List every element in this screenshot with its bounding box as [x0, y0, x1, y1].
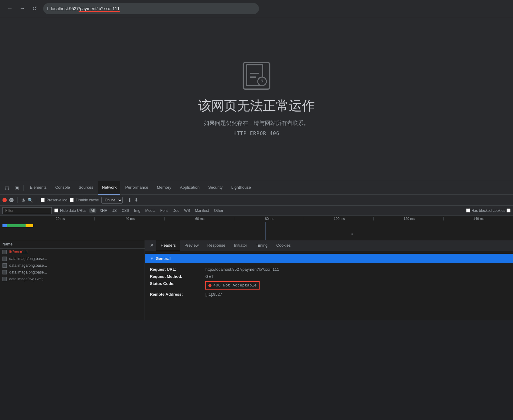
file-list: Name lb?xxx=111 data:image/png;base... d… — [0, 240, 145, 320]
tab-lighthouse[interactable]: Lighthouse — [228, 181, 255, 195]
tab-sources[interactable]: Sources — [75, 181, 97, 195]
hide-data-urls-text: Hide data URLs — [60, 208, 86, 213]
filter-type-media[interactable]: Media — [143, 208, 157, 213]
reload-button[interactable]: ↺ — [30, 4, 39, 14]
detail-value-method: GET — [205, 274, 214, 279]
detail-tab-cookies[interactable]: Cookies — [272, 240, 295, 251]
filter-type-manifest[interactable]: Manifest — [193, 208, 211, 213]
tab-console[interactable]: Console — [51, 181, 74, 195]
detail-row-remote: Remote Address: [::1]:9527 — [150, 291, 508, 298]
detail-row-method: Request Method: GET — [150, 273, 508, 280]
address-bar[interactable]: ℹ localhost:9527/payment/lb?xxx=111 — [43, 3, 259, 14]
file-name-3: data:image/png;base... — [9, 263, 47, 268]
file-name-4: data:image/png;base... — [9, 270, 47, 274]
filter-type-font[interactable]: Font — [158, 208, 170, 213]
bar-yellow — [26, 224, 33, 227]
preserve-log-checkbox[interactable] — [41, 198, 45, 202]
main-panel: Name lb?xxx=111 data:image/png;base... d… — [0, 240, 513, 320]
hide-data-urls-label[interactable]: Hide data URLs — [54, 208, 86, 213]
timeline-bar-container — [0, 224, 42, 227]
timeline-mark-40: 40 ms — [94, 217, 164, 220]
detail-panel: ✕ Headers Preview Response Initiator Tim… — [145, 240, 513, 320]
filter-type-css[interactable]: CSS — [120, 208, 131, 213]
detail-label-method: Request Method: — [150, 274, 205, 279]
back-button[interactable]: ← — [5, 4, 15, 14]
disable-cache-checkbox[interactable] — [70, 198, 74, 202]
list-item[interactable]: data:image/png;base... — [0, 262, 145, 269]
file-name-5: data:image/svg+xml;... — [9, 277, 46, 281]
tab-separator-1 — [23, 185, 24, 191]
error-page-icon: ? — [244, 64, 269, 88]
list-item[interactable]: lb?xxx=111 — [0, 249, 145, 255]
svg-text:?: ? — [261, 79, 264, 84]
status-value-box: 406 Not Acceptable — [205, 281, 260, 290]
timeline-bar — [2, 224, 39, 227]
tab-performance[interactable]: Performance — [121, 181, 152, 195]
timeline-mark-100: 100 ms — [304, 217, 373, 220]
detail-tab-preview[interactable]: Preview — [180, 240, 203, 251]
devtools-tab-bar: ⬚ ▣ Elements Console Sources Network Per… — [0, 181, 513, 195]
error-page: ? 该网页无法正常运作 如果问题仍然存在，请与网站所有者联系。 HTTP ERR… — [0, 17, 513, 181]
general-section-header: ▼ General — [145, 254, 513, 263]
list-item[interactable]: data:image/svg+xml;... — [0, 276, 145, 282]
has-blocked-section: Has blocked cookies — [466, 208, 511, 213]
detail-tab-bar: ✕ Headers Preview Response Initiator Tim… — [145, 240, 513, 251]
bar-green — [7, 224, 26, 227]
detail-value-status: 406 Not Acceptable — [213, 283, 256, 288]
detail-value-url: http://localhost:9527/payment/lb?xxx=111 — [205, 267, 279, 272]
has-blocked-checkbox[interactable] — [466, 208, 470, 212]
download-icon[interactable]: ⬇ — [134, 197, 138, 203]
disable-cache-text: Disable cache — [76, 198, 99, 202]
search-icon[interactable]: 🔍 — [28, 198, 33, 203]
detail-tab-initiator[interactable]: Initiator — [230, 240, 252, 251]
close-detail-button[interactable]: ✕ — [147, 240, 156, 251]
detail-label-url: Request URL: — [150, 267, 205, 272]
detail-tab-response[interactable]: Response — [203, 240, 230, 251]
file-icon-4 — [2, 270, 7, 274]
filter-type-js[interactable]: JS — [110, 208, 118, 213]
tab-security[interactable]: Security — [204, 181, 226, 195]
preserve-log-label[interactable]: Preserve log — [41, 198, 67, 202]
error-subtitle: 如果问题仍然存在，请与网站所有者联系。 — [204, 119, 309, 127]
filter-icon[interactable]: ⚗ — [21, 198, 25, 203]
tab-network[interactable]: Network — [98, 181, 121, 195]
detail-label-remote: Remote Address: — [150, 292, 205, 297]
error-icon-box: ? — [243, 62, 270, 90]
timeline-mark-140: 140 ms — [443, 217, 513, 220]
list-item[interactable]: data:image/png;base... — [0, 255, 145, 262]
devtools-panel: ⬚ ▣ Elements Console Sources Network Per… — [0, 181, 513, 320]
file-icon-3 — [2, 263, 7, 268]
tab-elements[interactable]: Elements — [26, 181, 50, 195]
stop-button[interactable]: ⊘ — [9, 198, 14, 202]
has-blocked-checkbox-2[interactable] — [507, 208, 511, 212]
timeline-mark-80: 80 ms — [234, 217, 304, 220]
forward-button[interactable]: → — [17, 4, 27, 14]
timeline-mark-120: 120 ms — [373, 217, 443, 220]
upload-icon[interactable]: ⬆ — [128, 197, 132, 203]
filter-type-all[interactable]: All — [89, 208, 96, 213]
filter-type-xhr[interactable]: XHR — [98, 208, 109, 213]
network-timeline: 20 ms 40 ms 60 ms 80 ms 100 ms 120 ms 14… — [0, 216, 513, 240]
file-name-2: data:image/png;base... — [9, 257, 47, 261]
filter-type-ws[interactable]: WS — [182, 208, 192, 213]
filter-input[interactable] — [2, 207, 52, 214]
record-button[interactable] — [2, 198, 7, 202]
filter-type-other[interactable]: Other — [212, 208, 225, 213]
filter-type-doc[interactable]: Doc — [171, 208, 181, 213]
hide-data-urls-checkbox[interactable] — [54, 208, 58, 212]
cursor-icon-btn[interactable]: ⬚ — [2, 183, 11, 192]
tab-memory[interactable]: Memory — [153, 181, 175, 195]
throttle-select[interactable]: Online — [101, 197, 123, 204]
device-icon-btn[interactable]: ▣ — [12, 183, 21, 192]
filter-type-img[interactable]: Img — [132, 208, 142, 213]
detail-tab-headers[interactable]: Headers — [156, 240, 180, 251]
tab-application[interactable]: Application — [176, 181, 203, 195]
status-dot — [208, 284, 211, 287]
toolbar-separator-2 — [37, 197, 37, 203]
file-list-header: Name — [0, 240, 145, 249]
detail-tab-timing[interactable]: Timing — [252, 240, 272, 251]
timeline-ruler: 20 ms 40 ms 60 ms 80 ms 100 ms 120 ms 14… — [0, 216, 513, 220]
section-title: General — [156, 256, 170, 261]
disable-cache-label[interactable]: Disable cache — [70, 198, 99, 202]
list-item[interactable]: data:image/png;base... — [0, 269, 145, 276]
